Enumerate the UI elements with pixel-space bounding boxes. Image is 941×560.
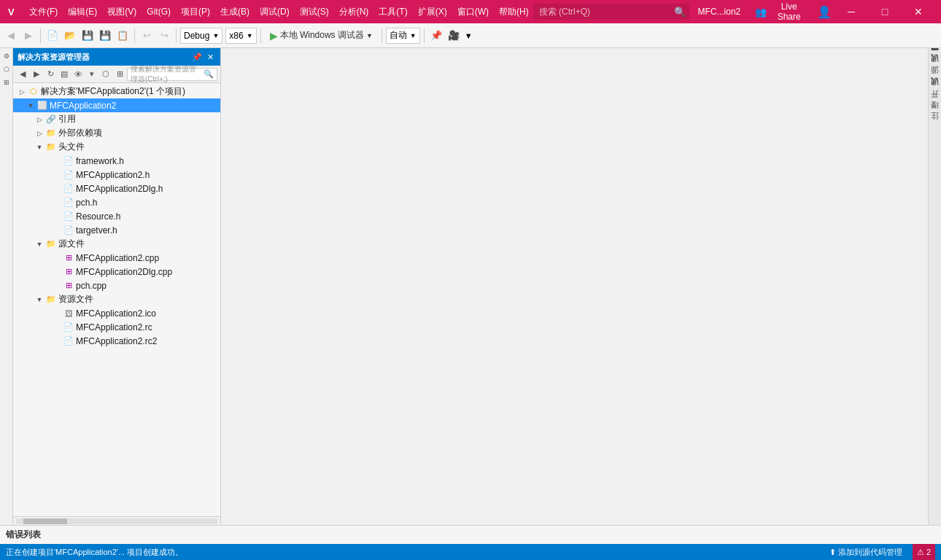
solution-expand-icon: ▷ xyxy=(16,86,28,98)
debug-config-dropdown[interactable]: Debug ▼ xyxy=(180,28,222,44)
se-tb-show-all[interactable]: 👁 xyxy=(71,68,85,81)
se-tb-back[interactable]: ◀ xyxy=(16,68,29,81)
restore-button[interactable]: □ xyxy=(868,0,902,23)
bottom-panel: 错误列表 xyxy=(0,525,941,544)
se-search-box[interactable]: 搜索解决方案资源管理器(Ctrl+;) 🔍 xyxy=(127,68,217,81)
play-icon: ▶ xyxy=(270,30,278,42)
se-tb-preview[interactable]: ⊞ xyxy=(113,68,126,81)
se-hscrollbar[interactable] xyxy=(13,516,220,525)
tree-framework-h[interactable]: ▷ 📄 framework.h xyxy=(13,154,220,168)
open-button[interactable]: 📂 xyxy=(62,28,78,44)
se-tb-collapse[interactable]: ▤ xyxy=(58,68,71,81)
rp-item-5[interactable]: 开 xyxy=(928,98,941,109)
tree-mfcappdlg-h[interactable]: ▷ 📄 MFCApplication2Dlg.h xyxy=(13,182,220,195)
toolbar-separator-4 xyxy=(260,28,261,43)
tree-ico[interactable]: ▷ 🖼 MFCApplication2.ico xyxy=(13,306,220,320)
tree-solution[interactable]: ▷ ⬡ 解决方案'MFCApplication2'(1 个项目) xyxy=(13,85,220,98)
error-list-tab[interactable]: 错误列表 xyxy=(6,529,41,541)
rp-item-6[interactable]: 瓅 xyxy=(928,109,941,121)
vtb-btn-2[interactable]: ⬡ xyxy=(1,63,12,75)
tree-sources-folder[interactable]: ▼ 📁 源文件 xyxy=(13,237,220,251)
tree-mfcappdlg-cpp[interactable]: ▷ ⊞ MFCApplication2Dlg.cpp xyxy=(13,265,220,279)
platform-label: x86 xyxy=(229,31,243,41)
save-button[interactable]: 💾 xyxy=(80,28,96,44)
back-button[interactable]: ◀ xyxy=(3,28,19,44)
menu-view[interactable]: 视图(V) xyxy=(103,4,141,20)
mfcapp-cpp-icon: ⊞ xyxy=(63,252,74,264)
vtb-btn-1[interactable]: ⚙ xyxy=(1,50,12,62)
se-tb-filter[interactable]: ▾ xyxy=(85,68,98,81)
vtb-btn-3[interactable]: ⊞ xyxy=(1,77,12,88)
pin-button[interactable]: 📌 xyxy=(428,28,444,44)
se-hscrollbar-thumb[interactable] xyxy=(23,518,67,524)
close-button[interactable]: ✕ xyxy=(902,0,935,23)
menu-edit[interactable]: 编辑(E) xyxy=(63,4,101,20)
undo-button[interactable]: ↩ xyxy=(139,28,155,44)
toolbar-icon5[interactable]: 📋 xyxy=(115,28,131,44)
menu-help[interactable]: 帮助(H) xyxy=(495,4,533,20)
extdep-label: 外部依赖项 xyxy=(58,127,102,139)
menu-debug[interactable]: 调试(D) xyxy=(255,4,294,20)
tree-rc2[interactable]: ▷ 📄 MFCApplication2.rc2 xyxy=(13,334,220,348)
menu-build[interactable]: 生成(B) xyxy=(216,4,254,20)
title-search-input[interactable] xyxy=(533,4,671,20)
platform-dropdown[interactable]: x86 ▼ xyxy=(225,28,256,44)
tree-resource-h[interactable]: ▷ 📄 Resource.h xyxy=(13,209,220,223)
rp-item-3[interactable]: 源 xyxy=(928,74,941,86)
add-to-source-control-button[interactable]: ⬆ 添加到源代码管理 xyxy=(825,544,907,560)
headers-expand-icon: ▼ xyxy=(34,141,45,153)
new-project-button[interactable]: 📄 xyxy=(44,28,61,44)
tree-targetver-h[interactable]: ▷ 📄 targetver.h xyxy=(13,223,220,237)
rp-item-2[interactable]: 调试 xyxy=(928,63,941,74)
tree-resources-folder[interactable]: ▼ 📁 资源文件 xyxy=(13,292,220,306)
live-share-button[interactable]: 👥 Live Share xyxy=(749,0,814,23)
toolbar-separator-5 xyxy=(382,28,382,43)
se-header-buttons: 📌 ✕ xyxy=(191,51,216,63)
tree-ref[interactable]: ▷ 🔗 引用 xyxy=(13,112,220,126)
menu-analyze[interactable]: 分析(N) xyxy=(335,4,373,20)
save-all-button[interactable]: 💾 xyxy=(97,28,113,44)
status-text: 正在创建项目'MFCApplication2'... 项目创建成功。 xyxy=(6,547,183,558)
se-tb-refresh[interactable]: ↻ xyxy=(44,68,57,81)
ref-expand-icon: ▷ xyxy=(34,114,45,125)
rp-item-7[interactable]: 注 xyxy=(928,121,941,133)
se-tb-git[interactable]: ⬡ xyxy=(99,68,112,81)
tree-pch-h[interactable]: ▷ 📄 pch.h xyxy=(13,195,220,209)
tree-mfcapp-cpp[interactable]: ▷ ⊞ MFCApplication2.cpp xyxy=(13,251,220,265)
menu-file[interactable]: 文件(F) xyxy=(25,4,62,20)
menu-tools[interactable]: 工具(T) xyxy=(374,4,411,20)
sources-expand-icon: ▼ xyxy=(34,238,45,250)
solution-explorer: 解决方案资源管理器 📌 ✕ ◀ ▶ ↻ ▤ 👁 ▾ ⬡ ⊞ 搜索解决方案资源管理… xyxy=(13,48,221,525)
debug-dropdown-arrow: ▼ xyxy=(212,32,219,39)
se-header: 解决方案资源管理器 📌 ✕ xyxy=(13,48,220,66)
minimize-button[interactable]: ─ xyxy=(834,0,868,23)
se-pin-button[interactable]: 📌 xyxy=(191,51,203,63)
tree-mfcapp-h[interactable]: ▷ 📄 MFCApplication2.h xyxy=(13,168,220,182)
menu-git[interactable]: Git(G) xyxy=(142,5,175,18)
error-count-button[interactable]: ⚠ 2 xyxy=(913,544,935,560)
tree-extdep[interactable]: ▷ 📁 外部依赖项 xyxy=(13,126,220,140)
headers-label: 头文件 xyxy=(58,141,85,153)
menu-project[interactable]: 项目(P) xyxy=(177,4,214,20)
user-icon[interactable]: 👤 xyxy=(814,5,834,19)
redo-button[interactable]: ↪ xyxy=(156,28,172,44)
se-tb-forward[interactable]: ▶ xyxy=(30,68,43,81)
tree-project[interactable]: ▼ ⬜ MFCApplication2 xyxy=(13,98,220,112)
se-close-button[interactable]: ✕ xyxy=(204,51,216,63)
rp-item-1[interactable]: 添加到源代码管理 xyxy=(928,51,941,63)
menu-window[interactable]: 窗口(W) xyxy=(453,4,493,20)
camera-button[interactable]: 🎥 xyxy=(446,28,462,44)
run-debugger-button[interactable]: ▶ 本地 Windows 调试器 ▼ xyxy=(265,28,378,44)
tree-rc[interactable]: ▷ 📄 MFCApplication2.rc xyxy=(13,320,220,334)
menu-extensions[interactable]: 扩展(X) xyxy=(414,4,452,20)
forward-button[interactable]: ▶ xyxy=(20,28,36,44)
menu-test[interactable]: 测试(S) xyxy=(295,4,333,20)
rp-item-4[interactable]: 调试 xyxy=(928,86,941,98)
se-hscrollbar-track xyxy=(16,518,217,524)
title-search-button[interactable]: 🔍 xyxy=(671,4,689,20)
tree-pch-cpp[interactable]: ▷ ⊞ pch.cpp xyxy=(13,279,220,292)
window-title: MFC...ion2 xyxy=(698,7,741,17)
tree-headers-folder[interactable]: ▼ 📁 头文件 xyxy=(13,140,220,154)
extdep-expand-icon: ▷ xyxy=(34,128,45,139)
auto-dropdown[interactable]: 自动 ▼ xyxy=(386,28,420,44)
